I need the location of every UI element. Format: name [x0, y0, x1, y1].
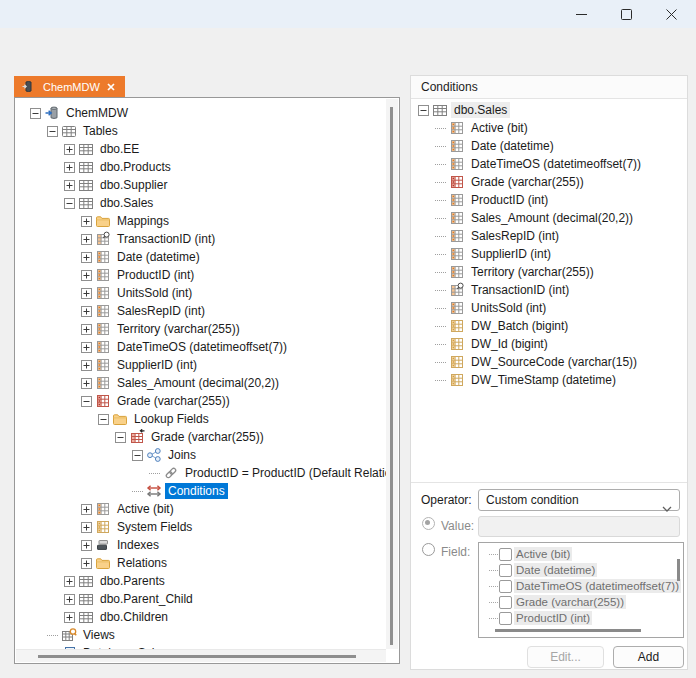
- horizontal-scrollbar[interactable]: [16, 649, 386, 662]
- tree-item-label[interactable]: dbo.Supplier: [97, 177, 170, 193]
- collapse-minus-icon[interactable]: [131, 449, 144, 462]
- tree-item[interactable]: Views: [15, 626, 386, 644]
- tree-item-label[interactable]: Conditions: [165, 483, 228, 499]
- tab-close-icon[interactable]: [106, 82, 116, 92]
- tree-item-label[interactable]: DW_SourceCode (varchar(15)): [468, 354, 640, 370]
- tree-item-label[interactable]: Sales_Amount (decimal(20,2)): [468, 210, 636, 226]
- tree-item[interactable]: TransactionID (int): [15, 230, 386, 248]
- tree-item-label[interactable]: System Fields: [114, 519, 195, 535]
- expand-plus-icon[interactable]: [80, 287, 93, 300]
- tree-item[interactable]: System Fields: [15, 518, 386, 536]
- scrollbar-thumb[interactable]: [677, 559, 680, 581]
- expand-plus-icon[interactable]: [80, 215, 93, 228]
- tree-item-label[interactable]: Indexes: [114, 537, 162, 553]
- tree-item-label[interactable]: dbo.Sales: [451, 102, 510, 118]
- tree-item-label[interactable]: ChemMDW: [63, 105, 131, 121]
- tree-item[interactable]: Date (datetime): [15, 248, 386, 266]
- tree-item-label[interactable]: dbo.Products: [97, 159, 174, 175]
- tree-item[interactable]: DW_SourceCode (varchar(15)): [411, 353, 687, 371]
- tree-item[interactable]: Active (bit): [15, 500, 386, 518]
- expand-plus-icon[interactable]: [63, 161, 76, 174]
- tree-item[interactable]: ProductID (int): [15, 266, 386, 284]
- tree-item[interactable]: Active (bit): [411, 119, 687, 137]
- tree-item[interactable]: dbo.Sales: [15, 194, 386, 212]
- collapse-minus-icon[interactable]: [97, 413, 110, 426]
- tree-item-label[interactable]: SalesRepID (int): [114, 303, 208, 319]
- tree-item-label[interactable]: TransactionID (int): [468, 282, 572, 298]
- minimize-button[interactable]: [559, 0, 604, 28]
- tree-item[interactable]: SupplierID (int): [15, 356, 386, 374]
- tree-item-label[interactable]: Joins: [165, 447, 199, 463]
- tree-item-label[interactable]: Territory (varchar(255)): [114, 321, 243, 337]
- scrollbar-thumb[interactable]: [38, 655, 356, 658]
- tree-item[interactable]: UnitsSold (int): [15, 284, 386, 302]
- tree-item[interactable]: dbo.Parents: [15, 572, 386, 590]
- tree-item[interactable]: UnitsSold (int): [411, 299, 687, 317]
- tree-item[interactable]: Conditions: [15, 482, 386, 500]
- tree-item[interactable]: DateTimeOS (datetimeoffset(7)): [411, 155, 687, 173]
- tree-item[interactable]: Date (datetime): [411, 137, 687, 155]
- collapse-minus-icon[interactable]: [46, 125, 59, 138]
- collapse-minus-icon[interactable]: [29, 107, 42, 120]
- tree-item[interactable]: dbo.Supplier: [15, 176, 386, 194]
- tree-item[interactable]: Sales_Amount (decimal(20,2)): [411, 209, 687, 227]
- tree-item-label[interactable]: SupplierID (int): [114, 357, 200, 373]
- tree-item[interactable]: Grade (varchar(255)): [15, 392, 386, 410]
- tree-item-label[interactable]: Grade (varchar(255)): [114, 393, 233, 409]
- tree-item[interactable]: SalesRepID (int): [15, 302, 386, 320]
- tree-item[interactable]: ProductID (int): [411, 191, 687, 209]
- expand-plus-icon[interactable]: [80, 323, 93, 336]
- tree-item[interactable]: DW_TimeStamp (datetime): [411, 371, 687, 389]
- tree-item[interactable]: DW_Id (bigint): [411, 335, 687, 353]
- expand-plus-icon[interactable]: [80, 305, 93, 318]
- tree-item[interactable]: SupplierID (int): [411, 245, 687, 263]
- tree-item-label[interactable]: ProductID = ProductID (Default Relation): [182, 465, 386, 481]
- tree-item-label[interactable]: Relations: [114, 555, 170, 571]
- tree-item-label[interactable]: SalesRepID (int): [468, 228, 562, 244]
- vertical-scrollbar[interactable]: [386, 99, 398, 649]
- tree-item[interactable]: ProductID = ProductID (Default Relation): [15, 464, 386, 482]
- tree-item-label[interactable]: dbo.Parents: [97, 573, 168, 589]
- tree-item[interactable]: TransactionID (int): [411, 281, 687, 299]
- tree-item-label[interactable]: Lookup Fields: [131, 411, 212, 427]
- tree-item[interactable]: Tables: [15, 122, 386, 140]
- tree-item-label[interactable]: Mappings: [114, 213, 172, 229]
- tree-item[interactable]: dbo.Products: [15, 158, 386, 176]
- operator-select[interactable]: Custom condition: [478, 489, 680, 511]
- tree-item[interactable]: Grade (varchar(255)): [15, 428, 386, 446]
- tree-item-label[interactable]: Views: [80, 627, 118, 643]
- tree-item-label[interactable]: DW_TimeStamp (datetime): [468, 372, 619, 388]
- tree-item[interactable]: Relations: [15, 554, 386, 572]
- tree-item[interactable]: Mappings: [15, 212, 386, 230]
- expand-plus-icon[interactable]: [63, 575, 76, 588]
- tree-item-label[interactable]: dbo.Children: [97, 609, 171, 625]
- tree-item[interactable]: Joins: [15, 446, 386, 464]
- tree-item-label[interactable]: UnitsSold (int): [468, 300, 549, 316]
- tree-item-label[interactable]: DateTimeOS (datetimeoffset(7)): [114, 339, 290, 355]
- add-button[interactable]: Add: [613, 646, 684, 668]
- expand-plus-icon[interactable]: [63, 179, 76, 192]
- field-radio[interactable]: [422, 543, 435, 556]
- tree-item[interactable]: dbo.EE: [15, 140, 386, 158]
- tree-item[interactable]: Grade (varchar(255)): [411, 173, 687, 191]
- tree-item-label[interactable]: dbo.Sales: [97, 195, 156, 211]
- tree-item-label[interactable]: Tables: [80, 123, 121, 139]
- tree-item[interactable]: dbo.Parent_Child: [15, 590, 386, 608]
- tree-item[interactable]: dbo.Children: [15, 608, 386, 626]
- expand-plus-icon[interactable]: [63, 611, 76, 624]
- expand-plus-icon[interactable]: [80, 377, 93, 390]
- expand-plus-icon[interactable]: [80, 503, 93, 516]
- tree-item[interactable]: Territory (varchar(255)): [411, 263, 687, 281]
- maximize-button[interactable]: [604, 0, 649, 28]
- expand-plus-icon[interactable]: [80, 233, 93, 246]
- tree-item-label[interactable]: ProductID (int): [114, 267, 197, 283]
- scrollbar-thumb[interactable]: [495, 629, 641, 632]
- tree-item[interactable]: DW_Batch (bigint): [411, 317, 687, 335]
- close-button[interactable]: [649, 0, 694, 28]
- tree-item-label[interactable]: Grade (varchar(255)): [468, 174, 587, 190]
- expand-plus-icon[interactable]: [63, 593, 76, 606]
- tree-item-label[interactable]: UnitsSold (int): [114, 285, 195, 301]
- tree-item-label[interactable]: dbo.Parent_Child: [97, 591, 196, 607]
- tree-item[interactable]: Sales_Amount (decimal(20,2)): [15, 374, 386, 392]
- expand-plus-icon[interactable]: [80, 269, 93, 282]
